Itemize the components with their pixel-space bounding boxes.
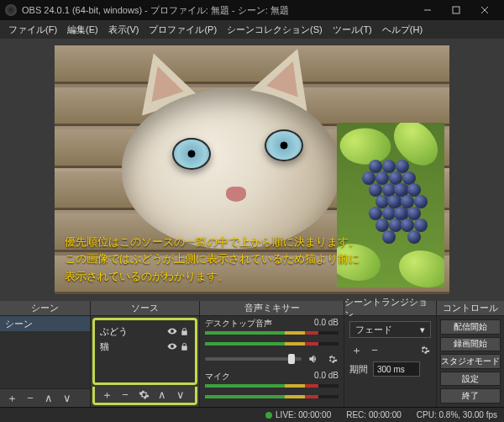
channel-gear-icon[interactable]	[325, 352, 339, 366]
menu-tools[interactable]: ツール(T)	[328, 22, 377, 38]
menu-help[interactable]: ヘルプ(H)	[377, 22, 428, 38]
studio-mode-button[interactable]: スタジオモード	[440, 354, 501, 369]
source-label: ぶどう	[100, 325, 165, 338]
transition-select[interactable]: フェード ▾	[349, 321, 431, 338]
speaker-icon[interactable]	[307, 352, 320, 366]
start-record-button[interactable]: 録画開始	[440, 337, 501, 352]
controls-panel: コントロール 配信開始 録画開始 スタジオモード 設定 終了	[437, 301, 504, 407]
status-rec: REC: 00:00:00	[346, 410, 402, 419]
live-status-dot	[265, 412, 272, 419]
source-row[interactable]: ぶどう	[97, 324, 193, 339]
settings-button[interactable]: 設定	[440, 372, 501, 387]
preview-area: 優先順位はこのソースの一覧の中で上から順に決まります。 この画像ではぶどうが上側…	[0, 39, 504, 301]
source-settings-button[interactable]	[137, 388, 150, 402]
duration-input[interactable]	[373, 361, 420, 377]
svg-rect-1	[453, 7, 459, 13]
lock-icon[interactable]	[179, 326, 190, 337]
menubar: ファイル(F) 編集(E) 表示(V) プロファイル(P) シーンコレクション(…	[0, 20, 504, 39]
maximize-button[interactable]	[442, 0, 470, 20]
transition-remove-button[interactable]: −	[368, 343, 381, 356]
menu-scene-collection[interactable]: シーンコレクション(S)	[222, 22, 328, 38]
status-live: LIVE: 00:00:00	[276, 410, 331, 419]
preview-canvas[interactable]: 優先順位はこのソースの一覧の中で上から順に決まります。 この画像ではぶどうが上側…	[55, 45, 449, 294]
scene-add-button[interactable]: ＋	[5, 392, 18, 405]
channel-gear-icon[interactable]	[325, 405, 339, 407]
source-add-button[interactable]: ＋	[100, 388, 113, 402]
menu-profile[interactable]: プロファイル(P)	[144, 22, 222, 38]
mixer-db: 0.0 dB	[314, 371, 339, 380]
scene-up-button[interactable]: ∧	[42, 392, 55, 405]
scenes-panel: シーン シーン ＋ − ∧ ∨	[0, 301, 91, 407]
status-cpu: CPU: 0.8%, 30.00 fps	[417, 410, 497, 419]
scene-remove-button[interactable]: −	[24, 392, 37, 405]
lock-icon[interactable]	[179, 341, 190, 352]
minimize-button[interactable]	[413, 0, 442, 20]
exit-button[interactable]: 終了	[440, 388, 501, 404]
source-remove-button[interactable]: −	[118, 388, 132, 402]
scene-item[interactable]: シーン	[0, 316, 90, 331]
source-down-button[interactable]: ∨	[174, 388, 187, 402]
dock: シーン シーン ＋ − ∧ ∨ ソース ぶどう 猫	[0, 301, 504, 407]
obs-logo-icon	[5, 4, 17, 16]
source-label: 猫	[100, 340, 165, 353]
mixer-db: 0.0 dB	[314, 318, 339, 327]
transition-gear-icon[interactable]	[417, 343, 431, 356]
source-up-button[interactable]: ∧	[155, 388, 169, 402]
menu-file[interactable]: ファイル(F)	[3, 22, 62, 38]
scenes-header: シーン	[0, 301, 90, 316]
volume-slider[interactable]	[205, 357, 302, 361]
menu-edit[interactable]: 編集(E)	[62, 22, 103, 38]
titlebar: OBS 24.0.1 (64-bit, windows) - プロファイル: 無…	[0, 0, 504, 20]
menu-view[interactable]: 表示(V)	[103, 22, 144, 38]
transitions-header: シーントランジション	[344, 301, 436, 316]
sources-panel: ソース ぶどう 猫 ＋ − ∧ ∨	[91, 301, 200, 407]
visibility-icon[interactable]	[166, 341, 177, 352]
start-stream-button[interactable]: 配信開始	[440, 319, 501, 335]
sources-header: ソース	[91, 301, 199, 316]
controls-header: コントロール	[437, 301, 504, 316]
mixer-panel: 音声ミキサー 0.0 dB デスクトップ音声 0.0 dB マイク	[200, 301, 344, 407]
speaker-icon[interactable]	[307, 405, 320, 407]
statusbar: LIVE: 00:00:00 REC: 00:00:00 CPU: 0.8%, …	[0, 407, 504, 422]
visibility-icon[interactable]	[166, 326, 177, 337]
transitions-panel: シーントランジション フェード ▾ ＋ − 期間	[344, 301, 437, 407]
transition-add-button[interactable]: ＋	[349, 343, 363, 356]
close-button[interactable]	[470, 0, 499, 20]
scene-down-button[interactable]: ∨	[60, 392, 74, 405]
annotation-text: 優先順位はこのソースの一覧の中で上から順に決まります。 この画像ではぶどうが上側…	[65, 234, 360, 286]
window-title: OBS 24.0.1 (64-bit, windows) - プロファイル: 無…	[22, 4, 289, 17]
chevron-down-icon: ▾	[420, 324, 425, 335]
duration-label: 期間	[349, 363, 368, 376]
source-row[interactable]: 猫	[97, 339, 193, 354]
mixer-header: 音声ミキサー	[200, 301, 344, 316]
